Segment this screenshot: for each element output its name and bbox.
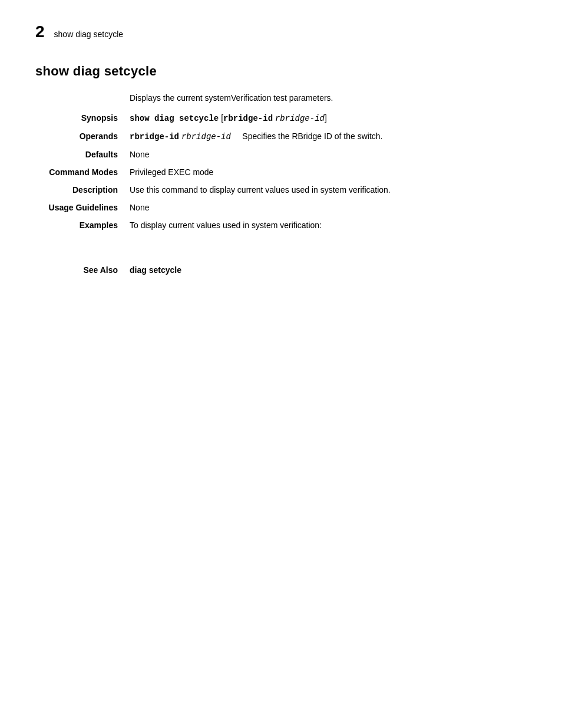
synopsis-command-code: show diag setcycle: [130, 114, 219, 123]
usage-guidelines-row: Usage Guidelines None: [35, 203, 527, 212]
operands-label: Operands: [35, 131, 130, 141]
operands-row: Operands rbridge-id rbridge-id Specifies…: [35, 131, 527, 141]
operands-desc: Specifies the RBridge ID of the switch.: [233, 131, 383, 141]
defaults-row: Defaults None: [35, 150, 527, 159]
synopsis-row: Synopsis show diag setcycle [rbridge-id …: [35, 113, 527, 123]
command-section: show diag setcycle Displays the current …: [35, 64, 527, 275]
synopsis-option-code: rbridge-id: [223, 114, 273, 123]
command-modes-label: Command Modes: [35, 167, 130, 177]
examples-value: To display current values used in system…: [130, 220, 527, 230]
operands-value: rbridge-id rbridge-id Specifies the RBri…: [130, 131, 527, 141]
description-label: Description: [35, 185, 130, 195]
page-header: 2 show diag setcycle: [35, 24, 527, 40]
defaults-value: None: [130, 150, 527, 159]
command-modes-row: Command Modes Privileged EXEC mode: [35, 167, 527, 177]
synopsis-label: Synopsis: [35, 113, 130, 123]
synopsis-bracket-close: ]: [325, 113, 327, 123]
description-value: Use this command to display current valu…: [130, 185, 527, 195]
see-also-link: diag setcycle: [130, 265, 181, 275]
synopsis-option-italic: rbridge-id: [275, 114, 325, 123]
usage-guidelines-label: Usage Guidelines: [35, 203, 130, 212]
operands-code: rbridge-id: [130, 132, 179, 141]
synopsis-value: show diag setcycle [rbridge-id rbridge-i…: [130, 113, 527, 123]
operands-italic: rbridge-id: [181, 132, 231, 141]
command-title: show diag setcycle: [35, 64, 527, 79]
description-row: Description Use this command to display …: [35, 185, 527, 195]
see-also-label: See Also: [35, 265, 130, 275]
command-description: Displays the current systemVerification …: [130, 93, 527, 103]
examples-row: Examples To display current values used …: [35, 220, 527, 230]
page-number: 2: [35, 24, 45, 40]
see-also-value: diag setcycle: [130, 265, 527, 275]
command-modes-value: Privileged EXEC mode: [130, 167, 527, 177]
defaults-label: Defaults: [35, 150, 130, 159]
usage-guidelines-value: None: [130, 203, 527, 212]
page-header-title: show diag setcycle: [54, 29, 124, 39]
examples-label: Examples: [35, 220, 130, 230]
see-also-row: See Also diag setcycle: [35, 265, 527, 275]
